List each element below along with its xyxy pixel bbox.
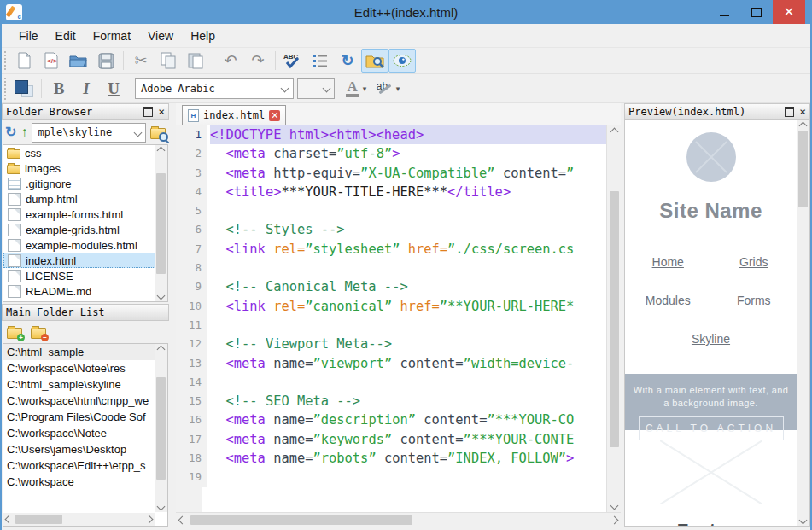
code-line[interactable]: 16 <meta name=”description” content=”***… [176,411,621,429]
code-line[interactable]: 9 <!-- Canonical Meta --> [176,277,621,296]
path-select[interactable]: mple\skyline [32,123,146,143]
panel-splitter-left[interactable] [169,103,176,527]
paste-icon[interactable] [182,49,209,73]
save-icon[interactable] [92,49,120,73]
redo-icon[interactable]: ↷ [244,49,272,73]
folder-path-item[interactable]: C:\workspace\Edit++\etpp_s [3,457,155,474]
close-pane-icon[interactable]: × [799,108,806,116]
editor-vscrollbar[interactable] [606,125,621,512]
folder-search-icon[interactable] [150,128,166,139]
refresh-icon[interactable]: ↻ [5,125,16,139]
folder-path-item[interactable]: C:\workspace\Notee\res [3,360,155,376]
scrollbar-thumb[interactable] [610,191,619,447]
preview-link-modules[interactable]: Modules [625,294,711,307]
menu-item-edit[interactable]: Edit [47,26,85,45]
scrollbar-thumb[interactable] [156,173,166,274]
code-line[interactable]: 14 [176,373,621,392]
code-line[interactable]: 8 [176,259,621,277]
scroll-down-icon[interactable] [610,502,618,510]
menu-item-view[interactable]: View [139,26,182,45]
code-line[interactable]: 4 <title>***YOUR-TITLE-HERE***</title> [176,183,621,201]
scroll-left-icon[interactable] [5,515,14,524]
folder-path-item[interactable]: C:\workspace\Notee [3,425,155,441]
file-row[interactable]: css [3,145,167,160]
file-row[interactable]: dump.html [3,191,167,207]
preview-link-home[interactable]: Home [625,255,711,269]
folder-path-item[interactable]: C:\html_sample [3,344,155,360]
scroll-down-icon[interactable] [157,503,166,511]
toolbar-grip[interactable] [3,77,8,99]
code-line[interactable]: 17 <meta name=”keywords” content=”***YOU… [176,430,621,449]
folder-path-item[interactable]: C:\Program Files\Coode Sof [3,409,155,425]
file-row[interactable]: README.md [3,283,167,299]
scrollbar-thumb[interactable] [15,515,62,524]
toolbar-grip[interactable] [3,50,8,71]
code-line[interactable]: 11 [176,316,621,335]
scrollbar-thumb[interactable] [190,515,412,525]
font-color-button[interactable]: A ▾ [340,77,371,101]
scroll-down-icon[interactable] [799,516,808,525]
close-pane-icon[interactable]: × [158,108,165,116]
maximize-button[interactable] [740,0,773,24]
float-pane-icon[interactable] [785,107,794,117]
scroll-up-icon[interactable] [157,346,166,354]
underline-button[interactable]: U [100,77,127,101]
spell-check-icon[interactable]: ABC [279,49,307,73]
new-document-icon[interactable] [10,49,38,73]
file-list-scrollbar[interactable] [155,145,167,301]
main-folder-scrollbar[interactable] [155,344,167,512]
bold-button[interactable]: B [45,77,73,101]
scroll-up-icon[interactable] [610,128,618,137]
scroll-right-icon[interactable] [145,515,154,524]
preview-link-forms[interactable]: Forms [711,294,797,307]
scrollbar-thumb[interactable] [156,377,166,480]
up-folder-icon[interactable]: ↑ [20,125,27,140]
menu-item-file[interactable]: File [10,26,47,45]
tab-close-icon[interactable]: ✕ [269,110,280,121]
code-line[interactable]: 5 [176,201,621,220]
folder-path-item[interactable]: C:\workspace\html\cmpp_we [3,393,155,409]
scroll-right-icon[interactable] [610,515,619,524]
code-line[interactable]: 12 <!-- Viewport Meta--> [176,335,621,353]
preview-link-grids[interactable]: Grids [711,255,797,269]
list-icon[interactable] [307,49,334,73]
code-line[interactable]: 18 <meta name=”robots” content=”INDEX, F… [176,449,621,468]
cta-button[interactable]: CALL TO ACTION [639,416,784,440]
refresh-icon[interactable]: ↻ [334,49,361,73]
undo-icon[interactable]: ↶ [217,49,244,73]
code-area[interactable]: 1<!DOCTYPE html><html><head>2 <meta char… [176,125,621,527]
preview-eye-icon[interactable] [388,49,416,73]
code-line[interactable]: 19 [176,468,621,486]
folder-search-icon[interactable] [361,49,388,73]
remove-folder-icon[interactable]: − [31,328,46,339]
preview-link-skyline[interactable]: Skyline [625,332,797,346]
folder-path-item[interactable]: C:\workspace [3,474,155,490]
color-swatch-icon[interactable] [10,77,38,101]
scroll-down-icon[interactable] [157,292,166,300]
file-row[interactable]: index.html [3,253,167,268]
code-line[interactable]: 10 <link rel=”canonical” href=”**YOUR-UR… [176,297,621,316]
float-pane-icon[interactable] [143,107,153,117]
code-line[interactable]: 7 <link rel=”stylesheet” href=”./css/scr… [176,240,621,259]
close-button[interactable]: ✕ [773,0,805,24]
file-row[interactable]: LICENSE [3,268,167,283]
folder-path-item[interactable]: C:\html_sample\skyline [3,376,155,393]
scroll-left-icon[interactable] [178,515,187,524]
code-line[interactable]: 15 <!-- SEO Meta --> [176,392,621,411]
folder-path-item[interactable]: C:\Users\james\Desktop [3,441,155,457]
copy-icon[interactable] [155,49,182,73]
code-line[interactable]: 2 <meta charset=”utf-8”> [176,144,621,163]
code-line[interactable]: 6 <!-- Styles --> [176,220,621,239]
code-line[interactable]: 1<!DOCTYPE html><html><head> [176,125,621,144]
menu-item-format[interactable]: Format [85,26,139,45]
tab-index-html[interactable]: H index.html ✕ [182,105,286,125]
minimize-button[interactable] [708,0,740,24]
open-folder-icon[interactable] [65,49,92,73]
file-row[interactable]: example-grids.html [3,222,167,237]
italic-button[interactable]: I [73,77,100,101]
preview-scrollbar[interactable] [797,120,809,526]
add-folder-icon[interactable]: + [7,328,22,339]
file-row[interactable]: example-forms.html [3,207,167,222]
code-line[interactable]: 13 <meta name=”viewport” content=”width=… [176,354,621,373]
file-row[interactable]: .gitignore [3,176,167,191]
